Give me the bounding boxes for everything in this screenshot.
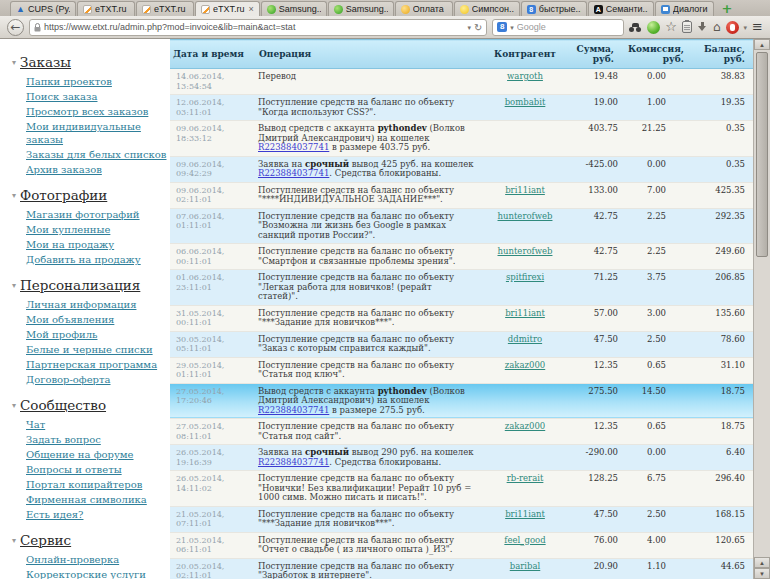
- search-go-icon[interactable]: [629, 23, 642, 32]
- menu-icon[interactable]: ≡: [752, 20, 763, 34]
- cell-balance: 31.10: [692, 357, 753, 383]
- cell-sum: 12.35: [564, 419, 622, 445]
- tab-dialogs[interactable]: Диалоги: [655, 1, 714, 16]
- sidebar-link[interactable]: Общение на форуме: [26, 448, 170, 461]
- sidebar-link[interactable]: Папки проектов: [26, 75, 170, 88]
- sidebar-link[interactable]: Мои индивидуальные заказы: [26, 120, 170, 146]
- tab-etxt[interactable]: eTXT.ru: [136, 1, 194, 16]
- counterparty-link[interactable]: zakaz000: [505, 360, 545, 370]
- back-button[interactable]: ←: [7, 19, 24, 36]
- semantic-icon: A: [594, 5, 603, 14]
- counterparty-link[interactable]: rb-rerait: [507, 473, 544, 483]
- column-header: Сумма, руб.: [564, 40, 622, 69]
- sidebar-link[interactable]: Партнерская программа: [26, 358, 170, 371]
- adblock-dropdown-icon[interactable]: ▾: [744, 19, 748, 36]
- sidebar-section-header[interactable]: ▾Сервис: [12, 532, 170, 548]
- clipboard-icon[interactable]: [682, 21, 692, 33]
- operation-text: в размере 275.5 руб.: [329, 405, 424, 415]
- tab-samsung[interactable]: Samsung...: [261, 1, 327, 16]
- home-icon[interactable]: ⌂: [713, 20, 721, 34]
- tab-bar: ▲CUPS (Py...eTXT.rueTXT.rueTXT.ru×Samsun…: [0, 0, 770, 16]
- sidebar-link[interactable]: Мои на продажу: [26, 238, 170, 251]
- sidebar-link[interactable]: Добавить на продажу: [26, 253, 170, 266]
- url-input[interactable]: [44, 22, 464, 32]
- sidebar-link[interactable]: Мой профиль: [26, 328, 170, 341]
- cell-balance: 18.75: [692, 383, 753, 419]
- counterparty-link[interactable]: hunterofweb: [498, 246, 553, 256]
- sidebar-link[interactable]: Мои купленные: [26, 223, 170, 236]
- scrollbar[interactable]: ▲ ▲ ▼: [753, 39, 770, 579]
- tab-semantic[interactable]: AСеманти...: [588, 1, 654, 16]
- section-title: Сервис: [20, 532, 71, 548]
- sidebar-link[interactable]: Архив заказов: [26, 163, 170, 176]
- scroll-up-icon[interactable]: ▲: [754, 39, 770, 50]
- sidebar-link[interactable]: Портал копирайтеров: [26, 478, 170, 491]
- tab-label: Диалоги: [673, 4, 708, 14]
- operation-text: Поступление средств на баланс по объекту…: [258, 334, 454, 354]
- sidebar-link[interactable]: Заказы для белых списков: [26, 148, 170, 161]
- tab-etxt[interactable]: eTXT.ru: [77, 1, 135, 16]
- search-engine-icon[interactable]: 8: [497, 22, 507, 32]
- sidebar-section-header[interactable]: ▾Заказы: [12, 54, 170, 70]
- reload-icon[interactable]: ↻: [474, 19, 482, 36]
- tab-payment[interactable]: Оплата: [395, 1, 453, 16]
- cell-sum: 47.50: [564, 331, 622, 357]
- counterparty-link[interactable]: spitfirexi: [506, 272, 544, 282]
- wallet-link[interactable]: R223884037741: [258, 142, 329, 152]
- sidebar-link[interactable]: Белые и черные списки: [26, 343, 170, 356]
- url-dropdown-icon[interactable]: ▾: [467, 19, 471, 36]
- sidebar-link[interactable]: Договор-оферта: [26, 373, 170, 386]
- tab-simpson[interactable]: Симпсон...: [454, 1, 520, 16]
- download-icon[interactable]: [697, 21, 708, 33]
- counterparty-link[interactable]: ddmitro: [508, 334, 542, 344]
- url-bar[interactable]: ▾ ↻: [29, 19, 487, 36]
- sidebar-link[interactable]: Вопросы и ответы: [26, 463, 170, 476]
- sidebar-link[interactable]: Корректорские услуги: [26, 568, 170, 579]
- cell-sum: 133.00: [564, 182, 622, 208]
- search-input[interactable]: [517, 22, 619, 32]
- new-tab-button[interactable]: +: [722, 1, 733, 16]
- operation-text: Поступление средств на баланс по объекту…: [258, 97, 454, 117]
- search-engine-dropdown-icon[interactable]: ▾: [510, 19, 514, 36]
- counterparty-link[interactable]: feel_good: [504, 535, 545, 545]
- tab-cups[interactable]: ▲CUPS (Py...: [10, 1, 76, 16]
- sidebar-link[interactable]: Личная информация: [26, 298, 170, 311]
- sidebar-section-header[interactable]: ▾Фотографии: [12, 187, 170, 203]
- scrollbar-thumb[interactable]: [756, 52, 768, 257]
- search-bar[interactable]: 8 ▾: [492, 19, 624, 36]
- tab-samsung[interactable]: Samsung...: [328, 1, 394, 16]
- wallet-link[interactable]: R223884037741: [258, 405, 329, 415]
- scroll-up-icon[interactable]: ▲: [754, 557, 770, 568]
- wallet-link[interactable]: R223884037741: [258, 457, 329, 467]
- globe-icon[interactable]: [647, 21, 660, 34]
- cell-operation: Заявка на срочный вывод 425 руб. на коше…: [256, 156, 486, 182]
- counterparty-link[interactable]: bri11iant: [505, 509, 545, 519]
- sidebar-link[interactable]: Мои объявления: [26, 313, 170, 326]
- counterparty-link[interactable]: bri11iant: [505, 185, 545, 195]
- sidebar-link[interactable]: Просмотр всех заказов: [26, 105, 170, 118]
- sidebar-section-header[interactable]: ▾Персонализация: [12, 277, 170, 293]
- sidebar-link[interactable]: Поиск заказа: [26, 90, 170, 103]
- sidebar-link[interactable]: Чат: [26, 418, 170, 431]
- scroll-down-icon[interactable]: ▼: [754, 568, 770, 579]
- counterparty-link[interactable]: hunterofweb: [498, 211, 553, 221]
- counterparty-link[interactable]: bombabit: [505, 97, 546, 107]
- adblock-icon[interactable]: [726, 21, 739, 34]
- simpson-icon: [460, 5, 469, 14]
- sidebar-section-header[interactable]: ▾Сообщество: [12, 397, 170, 413]
- sidebar-link[interactable]: Фирменная символика: [26, 493, 170, 506]
- sidebar-link[interactable]: Онлайн-проверка: [26, 553, 170, 566]
- counterparty-link[interactable]: bri11iant: [505, 308, 545, 318]
- sidebar-link[interactable]: Есть идея?: [26, 508, 170, 521]
- wallet-link[interactable]: R223884037741: [258, 168, 329, 178]
- tab-fast[interactable]: 8быстрые...: [521, 1, 587, 16]
- sidebar-link[interactable]: Магазин фотографий: [26, 208, 170, 221]
- counterparty-link[interactable]: wargoth: [507, 71, 543, 81]
- counterparty-link[interactable]: zakaz000: [505, 421, 545, 431]
- bookmark-star-icon[interactable]: ☆: [665, 20, 677, 34]
- tab-etxt[interactable]: eTXT.ru×: [195, 1, 260, 16]
- table-row: 29.05.2014, 01:11:01Поступление средств …: [170, 357, 753, 383]
- tab-close-icon[interactable]: ×: [249, 4, 254, 14]
- sidebar-link[interactable]: Задать вопрос: [26, 433, 170, 446]
- counterparty-link[interactable]: baribal: [510, 561, 541, 571]
